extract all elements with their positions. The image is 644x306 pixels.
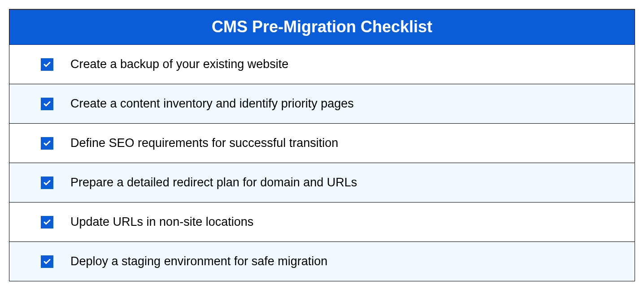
checklist-title: CMS Pre-Migration Checklist [9,9,635,45]
checkbox-icon[interactable] [41,137,53,150]
checklist-row: Create a content inventory and identify … [9,84,635,124]
checklist-item-label: Define SEO requirements for successful t… [70,136,338,150]
checkbox-icon[interactable] [41,177,53,189]
checkbox-icon[interactable] [41,216,53,228]
checklist-row: Create a backup of your existing website [9,45,635,84]
checkbox-icon[interactable] [41,98,53,110]
checklist-item-label: Create a backup of your existing website [70,57,288,71]
checklist-item-label: Update URLs in non-site locations [70,215,253,229]
checklist-item-label: Prepare a detailed redirect plan for dom… [70,176,357,190]
checklist-row: Prepare a detailed redirect plan for dom… [9,163,635,203]
checklist-row: Define SEO requirements for successful t… [9,124,635,163]
checklist-row: Deploy a staging environment for safe mi… [9,242,635,281]
checklist-row: Update URLs in non-site locations [9,203,635,242]
checkbox-icon[interactable] [41,58,53,71]
checklist-item-label: Deploy a staging environment for safe mi… [70,254,327,268]
checkbox-icon[interactable] [41,255,53,268]
checklist-container: CMS Pre-Migration Checklist Create a bac… [9,9,635,281]
checklist-item-label: Create a content inventory and identify … [70,97,354,111]
